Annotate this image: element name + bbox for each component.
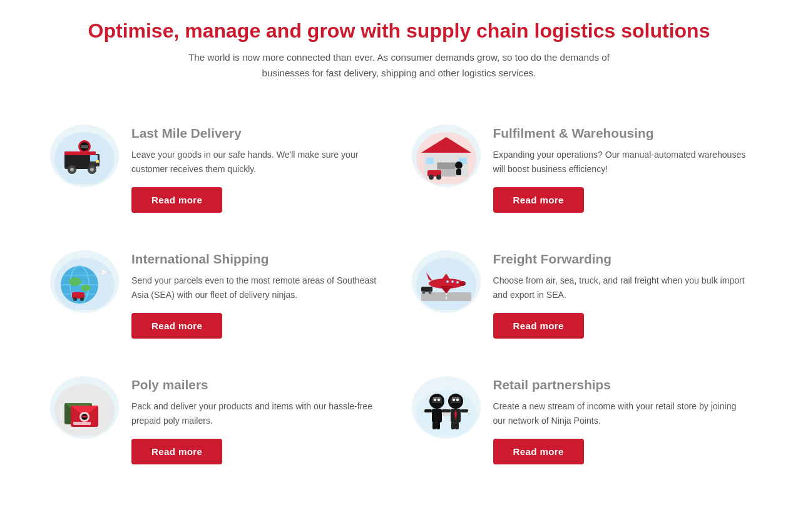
svg-rect-69 (424, 409, 432, 412)
svg-point-33 (81, 285, 91, 291)
svg-point-24 (455, 161, 463, 169)
read-more-button-freight-forwarding[interactable]: Read more (493, 313, 584, 339)
svg-rect-17 (437, 163, 455, 169)
svg-point-46 (459, 281, 466, 286)
service-content-fulfilment-warehousing: Fulfilment & Warehousing Expanding your … (493, 125, 749, 213)
service-title-international-shipping: International Shipping (131, 250, 387, 267)
svg-point-22 (429, 175, 434, 180)
svg-rect-11 (81, 145, 88, 148)
illustration-fulfilment-warehousing (412, 125, 481, 187)
service-title-poly-mailers: Poly mailers (131, 376, 387, 393)
service-title-fulfilment-warehousing: Fulfilment & Warehousing (493, 125, 749, 141)
read-more-button-international-shipping[interactable]: Read more (131, 313, 222, 339)
service-description-international-shipping: Send your parcels even to the most remot… (131, 274, 387, 302)
svg-rect-25 (456, 169, 461, 175)
svg-rect-84 (455, 422, 459, 429)
svg-point-51 (422, 291, 425, 294)
service-card-fulfilment-warehousing: Fulfilment & Warehousing Expanding your … (399, 106, 761, 232)
svg-rect-61 (73, 422, 91, 425)
svg-point-66 (434, 399, 436, 401)
page-header: Optimise, manage and grow with supply ch… (38, 19, 760, 81)
service-description-fulfilment-warehousing: Expanding your operations? Our manual-au… (493, 148, 749, 176)
read-more-button-last-mile-delivery[interactable]: Read more (131, 187, 222, 213)
illustration-poly-mailers (50, 376, 119, 439)
illustration-retail-partnerships (412, 376, 481, 439)
svg-rect-71 (432, 422, 436, 429)
svg-point-48 (451, 280, 454, 283)
service-description-last-mile-delivery: Leave your goods in our safe hands. We'l… (131, 148, 387, 176)
service-card-last-mile-delivery: Last Mile Delivery Leave your goods in o… (38, 106, 399, 232)
service-title-retail-partnerships: Retail partnerships (493, 376, 749, 393)
illustration-freight-forwarding (412, 250, 481, 313)
svg-rect-18 (426, 158, 434, 164)
svg-point-37 (73, 297, 77, 301)
illustration-last-mile-delivery (50, 125, 119, 187)
service-description-poly-mailers: Pack and deliver your products and items… (131, 399, 387, 427)
svg-point-32 (69, 277, 81, 286)
service-content-poly-mailers: Poly mailers Pack and deliver your produ… (131, 376, 387, 464)
service-description-freight-forwarding: Choose from air, sea, truck, and rail fr… (493, 274, 749, 302)
svg-rect-73 (442, 413, 451, 416)
service-content-international-shipping: International Shipping Send your parcels… (131, 250, 387, 339)
service-card-poly-mailers: Poly mailers Pack and deliver your produ… (38, 357, 399, 483)
svg-point-62 (416, 390, 476, 436)
svg-point-6 (70, 168, 74, 171)
svg-rect-4 (64, 151, 96, 155)
page-subtitle: The world is now more connected than eve… (180, 50, 618, 81)
service-card-freight-forwarding: Freight Forwarding Choose from air, sea,… (399, 232, 761, 357)
svg-rect-60 (82, 416, 87, 417)
svg-rect-83 (451, 422, 455, 429)
service-title-freight-forwarding: Freight Forwarding (493, 250, 749, 267)
page-title: Optimise, manage and grow with supply ch… (38, 19, 760, 43)
svg-rect-72 (436, 422, 440, 429)
illustration-international-shipping (50, 250, 119, 313)
service-card-retail-partnerships: Retail partnerships Create a new stream … (399, 357, 761, 483)
svg-point-38 (80, 297, 84, 301)
service-title-last-mile-delivery: Last Mile Delivery (131, 125, 387, 141)
svg-point-23 (436, 175, 441, 180)
service-content-last-mile-delivery: Last Mile Delivery Leave your goods in o… (131, 125, 387, 213)
read-more-button-retail-partnerships[interactable]: Read more (493, 439, 584, 464)
svg-point-47 (446, 280, 449, 283)
services-grid: Last Mile Delivery Leave your goods in o… (38, 106, 760, 483)
service-description-retail-partnerships: Create a new stream of income with your … (493, 399, 749, 427)
read-more-button-poly-mailers[interactable]: Read more (131, 439, 222, 464)
svg-rect-82 (461, 409, 468, 412)
svg-point-78 (456, 399, 459, 401)
svg-rect-81 (443, 409, 451, 412)
service-content-retail-partnerships: Retail partnerships Create a new stream … (493, 376, 749, 464)
svg-rect-12 (96, 160, 99, 163)
service-card-international-shipping: International Shipping Send your parcels… (38, 232, 399, 357)
svg-rect-50 (421, 287, 432, 292)
service-content-freight-forwarding: Freight Forwarding Choose from air, sea,… (493, 250, 749, 339)
read-more-button-fulfilment-warehousing[interactable]: Read more (493, 187, 584, 213)
svg-point-52 (428, 291, 431, 294)
svg-rect-68 (432, 409, 442, 422)
svg-rect-20 (434, 146, 459, 151)
svg-point-8 (90, 168, 94, 171)
svg-point-67 (437, 399, 440, 401)
svg-point-77 (453, 399, 455, 401)
svg-point-49 (456, 281, 459, 284)
